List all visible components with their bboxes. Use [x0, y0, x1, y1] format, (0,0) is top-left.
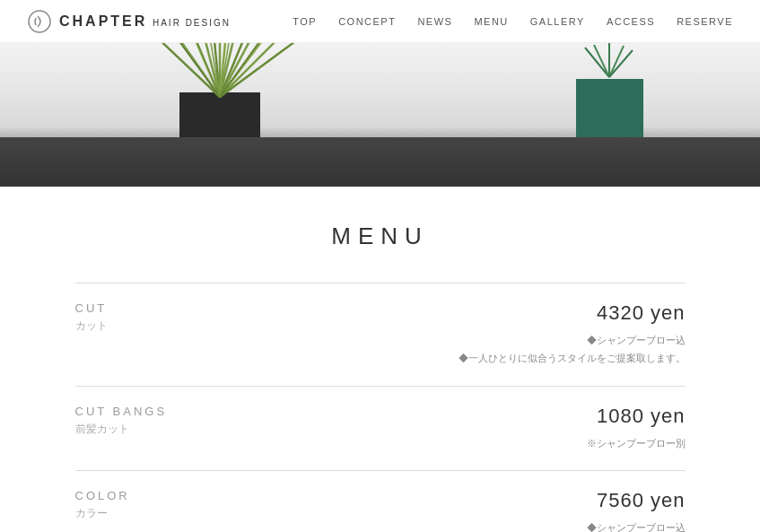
menu-section: CUT カット 4320 yen ◆シャンプーブロー込 ◆一人ひとりに似合うスタ…	[75, 283, 686, 532]
nav-reserve[interactable]: RESERVE	[677, 16, 733, 27]
menu-item-cut: CUT カット 4320 yen ◆シャンプーブロー込 ◆一人ひとりに似合うスタ…	[75, 283, 686, 386]
nav-concept[interactable]: CONCEPT	[338, 16, 396, 27]
main-nav: TOP CONCEPT NEWS MENU GALLERY ACCESS RES…	[293, 16, 733, 27]
nav-top[interactable]: TOP	[293, 16, 317, 27]
menu-item-cut-bangs: CUT BANGS 前髪カット 1080 yen ※シャンプーブロー別	[75, 386, 686, 471]
logo-area: CHAPTER HAIR DESIGN	[27, 9, 231, 34]
item-left-color: COLOR カラー	[75, 489, 255, 521]
nav-gallery[interactable]: GALLERY	[530, 16, 585, 27]
page-title: MENU	[75, 222, 686, 250]
item-right-cut-bangs: 1080 yen ※シャンプーブロー別	[255, 405, 686, 453]
hero-image	[0, 43, 760, 187]
cut-price: 4320 yen	[255, 301, 686, 325]
nav-access[interactable]: ACCESS	[607, 16, 655, 27]
item-left-cut-bangs: CUT BANGS 前髪カット	[75, 405, 255, 437]
item-right-color: 7560 yen ◆シャンプーブロー込 ◆ロング料金＋1080 yen ◆素髪の…	[255, 489, 686, 532]
cut-notes: ◆シャンプーブロー込 ◆一人ひとりに似合うスタイルをご提案取します。	[255, 332, 686, 368]
cut-name-en: CUT	[75, 301, 255, 315]
nav-news[interactable]: NEWS	[417, 16, 452, 27]
cut-name-ja: カット	[75, 318, 255, 334]
cut-bangs-name-ja: 前髪カット	[75, 422, 255, 437]
svg-point-0	[29, 11, 50, 32]
site-header: CHAPTER HAIR DESIGN TOP CONCEPT NEWS MEN…	[0, 0, 760, 43]
main-content: MENU CUT カット 4320 yen ◆シャンプーブロー込 ◆一人ひとりに…	[57, 187, 703, 532]
chapter-logo-icon	[27, 9, 52, 34]
cut-bangs-notes: ※シャンプーブロー別	[255, 435, 686, 453]
menu-item-color: COLOR カラー 7560 yen ◆シャンプーブロー込 ◆ロング料金＋108…	[75, 470, 686, 532]
logo-text: CHAPTER HAIR DESIGN	[59, 13, 231, 30]
cut-bangs-name-en: CUT BANGS	[75, 405, 255, 418]
color-name-ja: カラー	[75, 506, 255, 521]
item-right-cut: 4320 yen ◆シャンプーブロー込 ◆一人ひとりに似合うスタイルをご提案取し…	[255, 301, 686, 368]
color-price: 7560 yen	[255, 489, 686, 512]
air-plant-svg	[117, 43, 323, 101]
color-name-en: COLOR	[75, 489, 255, 502]
color-notes: ◆シャンプーブロー込 ◆ロング料金＋1080 yen ◆素髪の色味を華しく再現す…	[255, 519, 686, 532]
svg-line-13	[220, 43, 305, 97]
nav-menu[interactable]: MENU	[474, 16, 508, 27]
svg-line-24	[609, 50, 633, 77]
cut-bangs-price: 1080 yen	[255, 405, 686, 428]
item-left-cut: CUT カット	[75, 301, 255, 334]
svg-line-23	[609, 46, 624, 77]
